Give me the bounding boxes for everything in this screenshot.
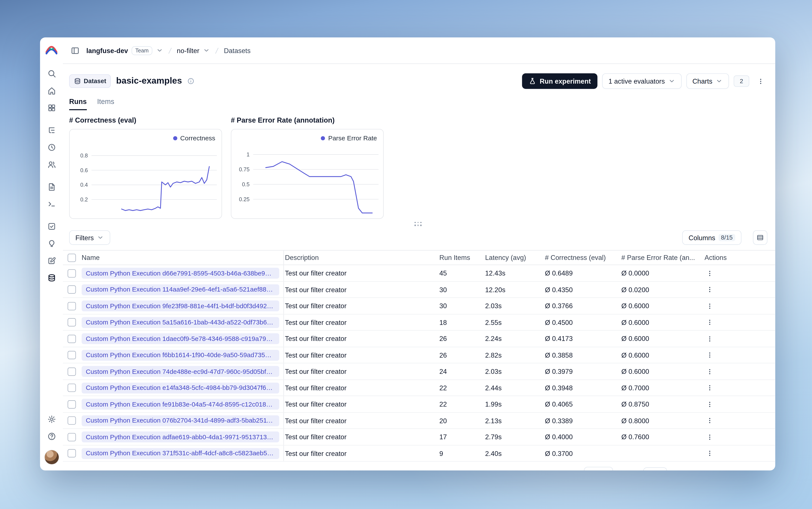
row-actions-kebab-button[interactable] bbox=[705, 382, 715, 393]
settings-gear-icon[interactable] bbox=[44, 411, 59, 427]
traces-icon[interactable] bbox=[44, 123, 59, 138]
row-actions-kebab-button[interactable] bbox=[705, 268, 715, 278]
run-name-link[interactable]: Custom Python Execution 371f531c-abff-4d… bbox=[82, 448, 279, 459]
row-checkbox[interactable] bbox=[68, 318, 76, 327]
row-checkbox[interactable] bbox=[68, 367, 76, 376]
row-actions-kebab-button[interactable] bbox=[705, 334, 715, 344]
column-header-latency[interactable]: Latency (avg) bbox=[484, 254, 544, 262]
run-name-link[interactable]: Custom Python Execution 076b2704-341d-48… bbox=[82, 415, 279, 426]
prompts-icon[interactable] bbox=[44, 179, 59, 195]
row-checkbox[interactable] bbox=[68, 302, 76, 310]
search-icon[interactable] bbox=[44, 66, 59, 81]
row-actions-kebab-button[interactable] bbox=[705, 317, 715, 328]
charts-dropdown[interactable]: Charts bbox=[686, 73, 729, 89]
filters-button[interactable]: Filters bbox=[69, 231, 110, 245]
column-header-parse-error-rate[interactable]: # Parse Error Rate (an... bbox=[620, 254, 698, 262]
row-checkbox[interactable] bbox=[68, 269, 76, 277]
evals-icon[interactable] bbox=[44, 218, 59, 234]
row-actions-kebab-button[interactable] bbox=[705, 415, 715, 426]
table-row[interactable]: Custom Python Execution d66e7991-8595-45… bbox=[63, 265, 775, 282]
row-checkbox[interactable] bbox=[68, 433, 76, 441]
columns-button[interactable]: Columns 8/15 bbox=[682, 231, 742, 245]
home-icon[interactable] bbox=[44, 83, 59, 99]
project-name[interactable]: no-filter bbox=[177, 46, 199, 54]
annotation-icon[interactable] bbox=[44, 253, 59, 269]
row-actions-kebab-button[interactable] bbox=[705, 432, 715, 442]
tab-items[interactable]: Items bbox=[97, 98, 114, 110]
table-toolbar: Filters Columns 8/15 bbox=[69, 231, 767, 245]
last-page-button[interactable] bbox=[754, 467, 767, 470]
info-icon[interactable] bbox=[187, 78, 195, 85]
table-row[interactable]: Custom Python Execution 74de488e-ec9d-47… bbox=[63, 364, 775, 380]
tab-runs[interactable]: Runs bbox=[69, 98, 87, 110]
row-checkbox[interactable] bbox=[68, 383, 76, 392]
org-name[interactable]: langfuse-dev bbox=[86, 46, 128, 54]
lightbulb-icon[interactable] bbox=[44, 236, 59, 251]
page-number-input[interactable] bbox=[643, 467, 667, 470]
table-row[interactable]: Custom Python Execution 114aa9ef-29e6-4e… bbox=[63, 281, 775, 298]
table-row[interactable]: Custom Python Execution e14fa348-5cfc-49… bbox=[63, 380, 775, 396]
rows-per-page-select[interactable]: 50 bbox=[584, 467, 613, 470]
select-all-checkbox[interactable] bbox=[68, 253, 76, 262]
run-name-link[interactable]: Custom Python Execution e14fa348-5cfc-49… bbox=[82, 382, 279, 393]
help-icon[interactable] bbox=[44, 429, 59, 444]
table-row[interactable]: Custom Python Execution f6bb1614-1f90-40… bbox=[63, 347, 775, 364]
run-name-link[interactable]: Custom Python Execution 1daec0f9-5e78-43… bbox=[82, 333, 279, 344]
table-row[interactable]: Custom Python Execution fe91b83e-04a5-47… bbox=[63, 396, 775, 413]
column-header-run-items[interactable]: Run Items bbox=[438, 254, 484, 262]
run-parse-error-rate-cell: Ø 0.6000 bbox=[620, 302, 698, 310]
run-experiment-button[interactable]: Run experiment bbox=[522, 73, 598, 89]
row-actions-kebab-button[interactable] bbox=[705, 366, 715, 377]
run-name-link[interactable]: Custom Python Execution 114aa9ef-29e6-4e… bbox=[82, 284, 279, 295]
row-actions-kebab-button[interactable] bbox=[705, 350, 715, 360]
run-name-link[interactable]: Custom Python Execution fe91b83e-04a5-47… bbox=[82, 399, 279, 410]
run-correctness-cell: Ø 0.3979 bbox=[544, 368, 620, 375]
row-actions-kebab-button[interactable] bbox=[705, 399, 715, 409]
table-row[interactable]: Custom Python Execution 1daec0f9-5e78-43… bbox=[63, 331, 775, 347]
column-header-name[interactable]: Name bbox=[80, 250, 284, 265]
run-name-link[interactable]: Custom Python Execution d66e7991-8595-45… bbox=[82, 268, 279, 278]
sessions-icon[interactable] bbox=[44, 139, 59, 155]
row-checkbox[interactable] bbox=[68, 400, 76, 408]
table-row[interactable]: Custom Python Execution adfae619-abb0-4d… bbox=[63, 429, 775, 445]
run-parse-error-rate-cell: Ø 0.8750 bbox=[620, 400, 698, 408]
run-name-link[interactable]: Custom Python Execution 74de488e-ec9d-47… bbox=[82, 366, 279, 377]
org-chevron-down-icon[interactable] bbox=[156, 47, 163, 54]
table-row[interactable]: Custom Python Execution 076b2704-341d-48… bbox=[63, 413, 775, 429]
column-header-correctness[interactable]: # Correctness (eval) bbox=[544, 254, 620, 262]
breadcrumb-section[interactable]: Datasets bbox=[224, 46, 250, 54]
run-name-link[interactable]: Custom Python Execution f6bb1614-1f90-40… bbox=[82, 349, 279, 361]
runs-table: Name Description Run Items Latency (avg)… bbox=[63, 250, 775, 462]
column-header-description[interactable]: Description bbox=[284, 254, 438, 262]
run-actions-cell bbox=[698, 382, 775, 393]
resize-drag-handle[interactable] bbox=[414, 222, 422, 227]
evaluators-dropdown[interactable]: 1 active evaluators bbox=[602, 73, 682, 89]
row-checkbox[interactable] bbox=[68, 334, 76, 343]
row-checkbox[interactable] bbox=[68, 449, 76, 457]
project-chevron-down-icon[interactable] bbox=[203, 47, 210, 54]
table-row[interactable]: Custom Python Execution 9fe23f98-881e-44… bbox=[63, 298, 775, 314]
user-avatar[interactable] bbox=[44, 450, 59, 464]
dashboard-icon[interactable] bbox=[44, 100, 59, 116]
next-page-button[interactable] bbox=[735, 467, 748, 470]
run-name-link[interactable]: Custom Python Execution 9fe23f98-881e-44… bbox=[82, 300, 279, 311]
previous-page-button[interactable] bbox=[715, 467, 729, 470]
row-checkbox[interactable] bbox=[68, 416, 76, 425]
run-name-link[interactable]: Custom Python Execution 5a15a616-1bab-44… bbox=[82, 317, 279, 328]
row-height-button[interactable] bbox=[753, 231, 767, 245]
users-icon[interactable] bbox=[44, 157, 59, 172]
table-row[interactable]: Custom Python Execution 5a15a616-1bab-44… bbox=[63, 314, 775, 331]
row-actions-kebab-button[interactable] bbox=[705, 301, 715, 311]
row-checkbox[interactable] bbox=[68, 285, 76, 294]
table-row[interactable]: Custom Python Execution 371f531c-abff-4d… bbox=[63, 445, 775, 462]
row-checkbox[interactable] bbox=[68, 351, 76, 359]
datasets-icon[interactable] bbox=[44, 270, 59, 286]
row-actions-kebab-button[interactable] bbox=[705, 284, 715, 295]
run-name-link[interactable]: Custom Python Execution adfae619-abb0-4d… bbox=[82, 432, 279, 442]
more-actions-button[interactable] bbox=[754, 74, 767, 88]
playground-icon[interactable] bbox=[44, 196, 59, 212]
first-page-button[interactable] bbox=[696, 467, 710, 470]
run-correctness-cell: Ø 0.4000 bbox=[544, 433, 620, 441]
row-actions-kebab-button[interactable] bbox=[705, 448, 715, 459]
sidebar-toggle-icon[interactable] bbox=[67, 43, 83, 58]
